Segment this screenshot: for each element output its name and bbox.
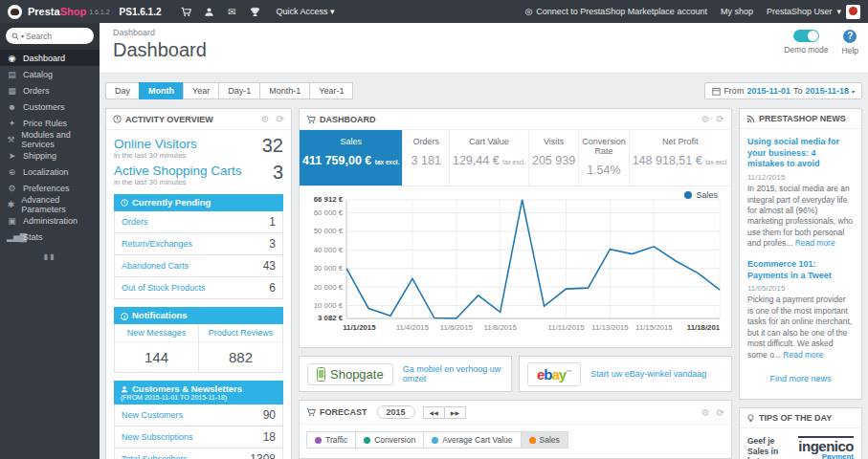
kpi-net-profit[interactable]: Net Profit148 918,51 € tax excl. [629,130,731,186]
ingenico-logo[interactable]: ingenico Payment services [791,436,854,459]
period-month-button[interactable]: Month [139,82,184,99]
advanced-parameters-icon: ✱ [7,200,15,209]
forecast-legend-sales[interactable]: Sales [521,431,568,448]
ebay-logo[interactable]: ebay™ [527,362,581,386]
forecast-legend-traffic[interactable]: Traffic [306,431,356,448]
active-carts-metric: 3 Active Shopping Carts in the last 30 m… [114,164,283,186]
article-title-link[interactable]: Using social media for your business: 4 … [747,137,854,170]
customers-icon: ☻ [7,102,17,112]
period-year-1-button[interactable]: Year-1 [309,82,353,99]
sidebar-item-modules[interactable]: ⚒Modules and Services [0,131,100,147]
forecast-legend-conversion[interactable]: Conversion [355,431,424,448]
forecast-year-selector[interactable]: 2015 [377,405,415,419]
active-carts-link[interactable]: Active Shopping Carts [114,164,283,178]
forecast-prev-button[interactable]: ◀◀ [423,406,445,419]
sidebar-item-shipping[interactable]: ➤Shipping [0,147,100,164]
gear-icon[interactable]: ⚙ [701,407,710,418]
kpi-sales[interactable]: Sales411 759,00 € tax excl. [300,130,402,186]
refresh-icon[interactable]: ⟳ [277,114,284,124]
search-input[interactable] [26,32,79,41]
traffic-dot [315,437,322,444]
refresh-icon[interactable]: ⟳ [717,114,724,124]
cart-icon[interactable] [174,6,197,17]
refresh-icon[interactable]: ⟳ [717,407,724,418]
gear-icon[interactable]: ⚙ [701,114,710,124]
sidebar-item-stats[interactable]: ▂▅▇Stats [0,229,100,245]
marketplace-link[interactable]: ◎Connect to PrestaShop Marketplace accou… [524,7,706,16]
news-article: Using social media for your business: 4 … [747,137,854,250]
dashboard-panel-title: DASHBOARD [320,115,376,124]
sidebar-item-orders[interactable]: ▦Orders [0,82,100,98]
product-reviews-cell[interactable]: Product Reviews882 [198,324,282,372]
online-visitors-link[interactable]: Online Visitors [114,137,283,151]
pending-out-of-stock-row[interactable]: Out of Stock Products6 [114,277,283,299]
cart-icon [306,407,316,417]
find-more-news-link[interactable]: Find more news [747,374,854,383]
trophy-icon[interactable] [243,6,266,17]
activity-panel-title: ACTIVITY OVERVIEW [125,115,213,124]
total-subscribers-row[interactable]: Total Subscribers1308 [114,448,283,459]
online-visitors-value: 32 [262,137,283,154]
chart-legend-sales[interactable]: Sales [684,190,718,200]
search-box[interactable]: ▾ [6,28,94,44]
pending-returns-row[interactable]: Return/Exchanges3 [114,233,283,255]
sidebar-item-dashboard[interactable]: ◉Dashboard [0,50,100,66]
clock-icon [113,115,122,123]
period-day-1-button[interactable]: Day-1 [218,82,260,99]
pending-orders-row[interactable]: Orders1 [114,211,283,233]
shop-name[interactable]: PS1.6.1.2 [120,7,162,17]
tips-of-the-day-panel: TIPS OF THE DAY Geef je Sales in het bui… [739,407,862,459]
kpi-conversion-rate[interactable]: Conversion Rate1.54% [578,130,629,186]
period-day-button[interactable]: Day [105,82,140,99]
version-label: 1.6.1.2 [89,9,109,15]
kpi-visits[interactable]: Visits205 939 [528,130,578,186]
gear-icon[interactable]: ⚙ [261,114,270,124]
kpi-row: Sales411 759,00 € tax excl. Orders3 181 … [300,130,731,186]
user-avatar [846,5,860,19]
ebay-link[interactable]: Start uw eBay-winkel vandaag [590,369,706,379]
sidebar-item-customers[interactable]: ☻Customers [0,98,100,115]
forecast-next-button[interactable]: ▶▶ [444,406,466,419]
kpi-orders[interactable]: Orders3 181 [402,130,449,186]
pending-abandoned-carts-row[interactable]: Abandoned Carts43 [114,255,283,277]
news-article: Ecommerce 101: Payments in a Tweet 11/05… [747,259,854,361]
brand-presta: Presta [28,6,60,17]
customers-topbar-icon[interactable] [197,6,220,17]
sidebar-item-localization[interactable]: ⊕Localization [0,164,100,180]
svg-text:30 000 €: 30 000 € [314,264,344,273]
messages-icon[interactable]: ✉ [220,7,243,17]
demo-mode-label: Demo mode [784,45,828,55]
active-carts-value: 3 [273,164,283,181]
dashboard-panel: DASHBOARD ⚙⟳ Sales411 759,00 € tax excl.… [299,108,732,348]
user-menu[interactable]: PrestaShop User ▾ [767,5,860,19]
page-title: Dashboard [113,39,858,61]
sidebar-item-administration[interactable]: ▣Administration [0,212,100,229]
new-messages-cell[interactable]: New Messages144 [115,324,198,372]
breadcrumb[interactable]: Dashboard [113,28,858,37]
menu-collapse-icon[interactable]: ▮▮ [0,252,100,261]
article-title-link[interactable]: Ecommerce 101: Payments in a Tweet [747,259,854,281]
sidebar-item-preferences[interactable]: ⚙Preferences [0,180,100,196]
prestashop-logo [8,5,22,19]
demo-mode-toggle[interactable] [793,30,819,42]
period-year-button[interactable]: Year [183,82,219,99]
sidebar-item-catalog[interactable]: ▤Catalog [0,66,100,82]
help-icon[interactable]: ? [843,30,857,43]
shopgate-logo[interactable]: Shopgate [307,363,393,385]
kpi-cart-value[interactable]: Cart Value129,44 € tax excl. [449,130,528,186]
tip-headline: Geef je Sales in het buitenland een Boos… [747,436,788,459]
my-shop-link[interactable]: My shop [721,7,753,16]
read-more-link[interactable]: Read more [795,238,835,248]
period-month-1-button[interactable]: Month-1 [259,82,310,99]
date-range-picker[interactable]: From2015-11-01 To2015-11-18 ▾ [704,82,862,99]
search-scope-caret-icon[interactable]: ▾ [21,33,24,39]
quick-access-menu[interactable]: Quick Access ▾ [276,7,334,16]
shopgate-link[interactable]: Ga mobiel en verhoog uw omzet [403,364,503,383]
sidebar-item-advanced-parameters[interactable]: ✱Advanced Parameters [0,196,100,212]
new-customers-row[interactable]: New Customers90 [114,404,283,426]
sidebar-item-price-rules[interactable]: ✦Price Rules [0,115,100,131]
legend-dot [684,191,692,199]
read-more-link[interactable]: Read more [783,350,823,360]
new-subscriptions-row[interactable]: New Subscriptions18 [114,426,283,448]
forecast-legend-average-cart-value[interactable]: Average Cart Value [423,431,521,448]
